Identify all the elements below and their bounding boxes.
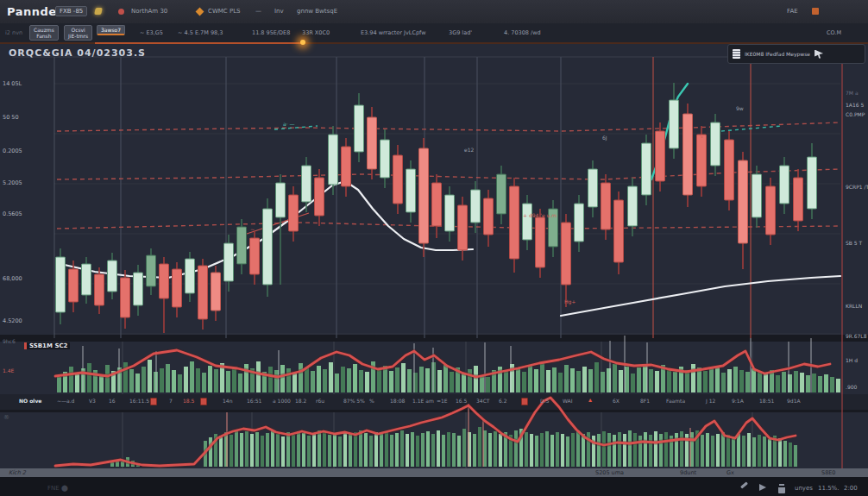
- lock-icon[interactable]: [778, 486, 785, 493]
- volume-bar: [359, 370, 363, 392]
- square-icon[interactable]: [812, 8, 819, 15]
- quote-item-8[interactable]: E3.94 wrracter JvLCpfw: [361, 29, 426, 36]
- volume-bar: [830, 377, 834, 392]
- menu-item-9[interactable]: FAE: [787, 8, 798, 15]
- time-axis-tick: NO olve: [19, 398, 41, 404]
- price-axis-label-left: 50 50: [3, 114, 19, 121]
- volume-bar: [311, 371, 315, 392]
- flag-icon[interactable]: [759, 484, 766, 491]
- quote-item-11[interactable]: CO.M: [827, 29, 841, 36]
- menu-item-0[interactable]: FXB -85: [55, 6, 87, 16]
- volume-bar: [727, 369, 732, 392]
- volume-bar: [566, 436, 569, 467]
- price-axis-label-left: 0.2005: [3, 148, 22, 154]
- quote-item-4[interactable]: ~ E3,G5: [140, 29, 163, 36]
- volume-bar: [208, 366, 212, 392]
- candle: [656, 131, 665, 181]
- volume-bar: [69, 367, 73, 392]
- volume-bar: [401, 363, 406, 392]
- event-marker-icon[interactable]: [521, 398, 528, 405]
- volume-bar: [292, 435, 295, 467]
- candle: [670, 100, 679, 148]
- time-axis-tick: 16.5: [456, 398, 467, 404]
- spark-icon[interactable]: [94, 8, 103, 15]
- diamond-icon[interactable]: [196, 8, 204, 16]
- trading-app-window: a· —~e12+ d94 'e u.mHg+6J↘9w Panndelor F…: [0, 0, 868, 496]
- menu-item-5[interactable]: CWMC PLS: [208, 8, 241, 15]
- volume-bar: [214, 369, 218, 392]
- time-axis-tick: 34CT: [476, 398, 490, 404]
- document-icon[interactable]: [733, 49, 740, 59]
- alert-flame-icon[interactable]: ▴: [588, 396, 592, 404]
- event-marker-icon[interactable]: [150, 398, 157, 405]
- volume-bar: [166, 364, 170, 392]
- volume-panel-tag: ®: [3, 414, 9, 421]
- candle: [752, 174, 762, 217]
- volume-bar: [57, 377, 61, 392]
- volume-bar: [540, 363, 544, 392]
- candle: [134, 273, 143, 305]
- volume-bar: [129, 369, 134, 392]
- tab-3[interactable]: 3awso7: [97, 25, 125, 35]
- quote-item-7[interactable]: 33R X0C0: [302, 29, 330, 36]
- menu-item-3[interactable]: NorthAm 30: [131, 8, 167, 15]
- volume-bar: [230, 435, 233, 467]
- quote-item-9[interactable]: 3G9 lad': [449, 29, 472, 36]
- tab-2[interactable]: Ocsvi JiE-tmrs: [64, 25, 92, 41]
- candle: [263, 209, 273, 285]
- volume-bar: [812, 374, 816, 392]
- quote-item-10[interactable]: 4. 70308 /wd: [504, 29, 541, 36]
- candle: [794, 178, 803, 221]
- candle: [186, 259, 195, 293]
- volume-bar: [395, 433, 399, 467]
- charts-canvas[interactable]: a· —~e12+ d94 'e u.mHg+6J↘9w: [0, 0, 868, 496]
- volume-bar: [776, 375, 780, 392]
- candle: [628, 186, 638, 226]
- quote-item-0[interactable]: i2 nvn: [5, 29, 22, 36]
- tab-1[interactable]: Cauzms Fansh: [29, 25, 59, 41]
- time-axis-tick: J 12: [706, 398, 715, 404]
- volume-bar: [528, 366, 532, 392]
- volume-bar: [514, 430, 518, 467]
- candle: [432, 183, 442, 226]
- menu-item-6[interactable]: —: [255, 8, 261, 15]
- event-marker-icon[interactable]: [200, 398, 207, 405]
- volume-bar: [571, 433, 575, 467]
- volume-bar: [369, 436, 373, 467]
- volume-bar: [733, 367, 738, 392]
- candle: [95, 274, 104, 305]
- volume-bar: [443, 365, 448, 392]
- volume-bar: [800, 373, 804, 392]
- volume-bar: [297, 431, 300, 467]
- volume-bar: [659, 434, 663, 467]
- volume-bar: [613, 364, 617, 392]
- menu-item-7[interactable]: Inv: [274, 8, 284, 15]
- menu-item-8[interactable]: gnnw BwtsqE: [297, 8, 337, 15]
- volume-bar: [245, 431, 248, 467]
- chart-annotation: + d94 'e u.m: [523, 212, 557, 218]
- dot-icon[interactable]: [118, 9, 124, 15]
- candle: [458, 205, 468, 250]
- volume-bar: [452, 433, 456, 467]
- volume-bar: [504, 371, 508, 392]
- candle: [780, 166, 789, 204]
- candle: [601, 183, 611, 229]
- chart-toolbar-widget[interactable]: IKE0M8 IFedfad Meypwse: [727, 44, 865, 64]
- volume-bar: [711, 436, 714, 467]
- volume-bar: [478, 427, 481, 467]
- volume-bar: [286, 432, 290, 467]
- volume-bar: [522, 372, 526, 392]
- candle: [302, 166, 311, 202]
- volume-bar: [274, 370, 279, 392]
- quote-item-5[interactable]: ~ 4.5 E.7M 98,3: [178, 29, 223, 36]
- volume-bar: [426, 431, 430, 467]
- volume-bar: [778, 438, 782, 467]
- volume-bar: [721, 373, 726, 392]
- volume-bar: [561, 434, 564, 467]
- pencil-icon[interactable]: [740, 481, 748, 488]
- cursor-icon[interactable]: [815, 50, 823, 59]
- candle: [224, 243, 234, 281]
- volume-bar: [323, 432, 326, 467]
- time-axis-tick: =1E: [437, 398, 448, 404]
- quote-item-6[interactable]: 11.8 95E/DE8: [252, 29, 290, 36]
